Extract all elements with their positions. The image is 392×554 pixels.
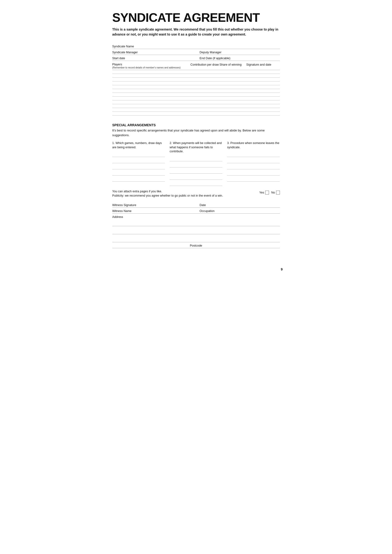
table-row[interactable] [112,108,280,112]
no-label: No [271,191,275,194]
manager-half-left: Syndicate Manager [112,51,193,54]
date-value[interactable] [223,203,280,207]
start-date-value[interactable] [141,57,193,60]
publicity-text: You can attach extra pages if you like. … [112,189,223,198]
table-row[interactable] [112,97,280,100]
player-rows [112,70,280,116]
page-number: 9 [281,267,283,271]
contribution-col-header: Contribution per draw [190,63,219,67]
witness-signature-row: Witness Signature Date [112,202,280,208]
date-row: Start date End Date (if applicable) [112,55,280,61]
address-label: Address [112,215,280,219]
arrangement-line[interactable] [227,175,280,182]
arrangement-line[interactable] [112,157,165,163]
witness-sig-half: Witness Signature [112,203,193,207]
syndicate-manager-value[interactable] [141,51,193,54]
date-label: Date [200,203,223,207]
players-main-label: Players [112,63,190,66]
syndicate-manager-label: Syndicate Manager [112,51,141,54]
date-half-left: Start date [112,57,193,60]
players-col-header: Players (Remember to record details of m… [112,63,190,69]
witness-name-value[interactable] [136,209,193,213]
publicity-prefix: You can attach extra pages if you like. [112,190,162,193]
arrangement-col1-label: 1. Which games, numbers, draw days are b… [112,141,165,149]
arrangement-col1-lines [112,151,165,182]
arrangement-line[interactable] [170,167,222,174]
arrangement-line[interactable] [112,163,165,169]
page-container: SYNDICATE AGREEMENT This is a sample syn… [98,0,294,277]
arrangement-line[interactable] [227,151,280,157]
arrangement-col-3: 3. Procedure when someone leaves the syn… [227,141,280,186]
yes-checkbox[interactable] [265,191,269,194]
occupation-label: Occupation [200,209,223,213]
arrangement-col-1: 1. Which games, numbers, draw days are b… [112,141,165,186]
players-sub-label: (Remember to record details of member's … [112,66,190,69]
arrangement-col2-lines [170,155,222,186]
manager-half-right: Deputy Manager [192,51,280,54]
publicity-label: Publicity: [112,194,124,197]
occupation-half: Occupation [192,209,280,213]
table-row[interactable] [112,74,280,78]
address-blank-row-2[interactable] [112,234,280,242]
deputy-manager-label: Deputy Manager [200,51,228,54]
arrangement-line[interactable] [170,174,222,180]
table-row[interactable] [112,112,280,116]
publicity-desc: we recommend you agree whether to go pub… [124,194,223,197]
arrangement-col-2: 2. When payments will be collected and w… [170,141,222,186]
table-row[interactable] [112,100,280,104]
page-title: SYNDICATE AGREEMENT [112,11,280,24]
arrangement-line[interactable] [170,155,222,161]
arrangement-line[interactable] [112,151,165,157]
arrangement-col3-label: 3. Procedure when someone leaves the syn… [227,141,280,149]
witness-name-label: Witness Name [112,209,136,213]
postcode-label: Postcode [190,244,202,247]
syndicate-name-label: Syndicate Name [112,45,146,48]
form-section: Syndicate Name Syndicate Manager Deputy … [112,43,280,248]
table-row[interactable] [112,104,280,108]
start-date-label: Start date [112,57,141,60]
witness-signature-label: Witness Signature [112,203,136,207]
witness-signature-value[interactable] [136,203,192,207]
arrangement-col3-lines [227,151,280,182]
arrangement-line[interactable] [227,163,280,169]
special-arrangements-desc: It's best to record specific arrangement… [112,128,280,137]
yes-label: Yes [259,191,264,194]
table-row[interactable] [112,70,280,74]
arrangement-line[interactable] [227,157,280,163]
address-row: Address [112,214,280,226]
table-row[interactable] [112,78,280,82]
syndicate-name-row: Syndicate Name [112,43,280,49]
arrangement-col2-label: 2. When payments will be collected and w… [170,141,222,154]
occupation-value[interactable] [223,209,280,213]
yes-checkbox-item[interactable]: Yes [259,191,269,194]
table-row[interactable] [112,93,280,97]
signature-col-header: Signature and date [246,63,280,67]
arrangement-line[interactable] [112,175,165,182]
bottom-fields: Witness Signature Date Witness Name Occu… [112,202,280,248]
yes-no-controls: Yes No [259,191,280,194]
date-half: Date [192,203,280,207]
witness-name-half: Witness Name [112,209,193,213]
table-row[interactable] [112,89,280,93]
special-arrangements-title: SPECIAL ARRANGEMENTS [112,123,280,127]
publicity-wrapper: You can attach extra pages if you like. … [112,189,280,198]
arrangement-line[interactable] [170,180,222,186]
address-blank-row-1[interactable] [112,226,280,234]
table-row[interactable] [112,82,280,85]
table-row[interactable] [112,85,280,89]
arrangement-line[interactable] [112,169,165,175]
deputy-manager-value[interactable] [228,51,280,54]
arrangements-columns: 1. Which games, numbers, draw days are b… [112,141,280,186]
manager-row: Syndicate Manager Deputy Manager [112,49,280,55]
witness-name-row: Witness Name Occupation [112,208,280,214]
players-header: Players (Remember to record details of m… [112,61,280,70]
end-date-label: End Date (if applicable) [200,57,230,60]
intro-text: This is a sample syndicate agreement. We… [112,27,280,37]
arrangement-line[interactable] [227,169,280,175]
end-date-value[interactable] [230,57,280,60]
arrangement-line[interactable] [170,161,222,167]
no-checkbox[interactable] [276,191,280,194]
postcode-row: Postcode [112,242,280,248]
no-checkbox-item[interactable]: No [271,191,280,194]
share-col-header: Share of winning [219,63,246,67]
